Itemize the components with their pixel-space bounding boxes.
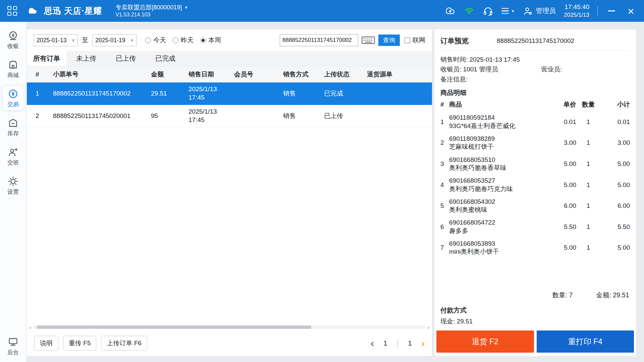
reprint-button[interactable]: 重打印 F4 xyxy=(537,330,634,353)
scrollbar-track[interactable] xyxy=(33,325,426,329)
sidebar-item-mall[interactable]: 商城 xyxy=(2,56,24,81)
sidebar-item-transactions[interactable]: ¥ 交易 xyxy=(2,85,24,111)
clerk-label: 营业员: xyxy=(541,64,562,74)
upload-orders-button[interactable]: 上传订单 F6 xyxy=(101,336,147,351)
wifi-icon[interactable] xyxy=(464,6,475,16)
item-code: 6901180592184 xyxy=(449,114,545,122)
store-name: 专卖联盟总部[80000019] xyxy=(115,4,182,11)
item-table-header: # 商品 单价 数量 小计 xyxy=(440,98,630,111)
help-button[interactable]: 说明 xyxy=(34,336,58,351)
sidebar-item-label: 商城 xyxy=(7,71,19,79)
item-row: 1 690118059218493G*64嘉士利香芒威化 0.01 1 0.01 xyxy=(440,111,630,132)
chevron-down-icon: ∨ xyxy=(72,38,75,43)
page-prev-icon[interactable]: ‹ xyxy=(371,338,374,348)
sidebar-item-inventory[interactable]: 库存 xyxy=(2,115,24,140)
query-button[interactable]: 查询 xyxy=(378,35,400,46)
radio-label: 今天 xyxy=(153,36,166,45)
date-to-select[interactable]: 2025-01-19 ∨ xyxy=(92,34,137,46)
radio-today[interactable]: 今天 xyxy=(145,36,166,45)
item-price: 3.00 xyxy=(545,139,576,146)
preview-totals: 数量: 7 金额: 29.51 xyxy=(440,289,630,302)
scrollbar-thumb[interactable] xyxy=(37,325,311,329)
item-code: 6901668053510 xyxy=(449,156,545,164)
item-price: 5.00 xyxy=(545,160,576,168)
chevron-down-icon: ∨ xyxy=(130,38,133,43)
item-num: 1 xyxy=(440,118,449,126)
menu-list-icon[interactable]: ▼ xyxy=(501,8,515,14)
sidebar-item-cashier[interactable]: ¥ 收银 xyxy=(2,27,24,52)
item-qty: 1 xyxy=(576,181,600,189)
cloud-sync-icon[interactable] xyxy=(444,6,456,16)
sidebar-item-shift[interactable]: 交班 xyxy=(2,144,24,169)
col-header: 商品 xyxy=(449,100,545,109)
order-row[interactable]: 1 8888522501131745170002 29.51 2025/1/13… xyxy=(27,82,432,105)
scroll-left-icon[interactable]: ‹ xyxy=(30,325,31,330)
sidebar-item-backend[interactable]: 后台 xyxy=(2,334,24,359)
col-header: # xyxy=(440,101,449,108)
online-checkbox[interactable]: 联网 xyxy=(405,36,425,45)
total-amount-label: 金额: xyxy=(596,291,613,299)
item-detail-title: 商品明细 xyxy=(440,88,630,97)
radio-circle-icon xyxy=(173,38,178,43)
close-button[interactable]: × xyxy=(625,5,637,17)
item-product: 6901180938289芝麻味梳打饼干 xyxy=(449,135,545,151)
tab-uploaded[interactable]: 已上传 xyxy=(106,51,146,66)
total-qty-value: 7 xyxy=(569,291,573,299)
pagination: ‹ 1 | 1 › xyxy=(371,338,425,348)
col-header: 数量 xyxy=(576,100,600,109)
sidebar-item-label: 后台 xyxy=(7,349,19,356)
list-lines-icon xyxy=(501,8,509,14)
caret-down-icon: ▼ xyxy=(511,9,515,13)
date-from-select[interactable]: 2025-01-13 ∨ xyxy=(34,34,78,46)
apps-grid-icon[interactable] xyxy=(7,6,17,16)
col-header: 单价 xyxy=(545,100,576,109)
sidebar-item-label: 收银 xyxy=(7,42,19,50)
item-product: 6901668054302奥利奥蜜桃味 xyxy=(449,198,545,214)
item-num: 6 xyxy=(440,223,449,231)
item-subtotal: 5.00 xyxy=(600,160,630,168)
item-name-text: 93G*64嘉士利香芒威化 xyxy=(449,122,545,130)
user-menu[interactable]: 管理员 xyxy=(523,6,556,16)
receipt-search-input[interactable] xyxy=(280,34,358,46)
radio-this-week[interactable]: 本周 xyxy=(200,36,221,45)
keyboard-icon[interactable] xyxy=(362,35,375,45)
minimize-button[interactable] xyxy=(606,5,617,17)
inventory-box-icon xyxy=(8,118,18,128)
reupload-button[interactable]: 重传 F5 xyxy=(63,336,96,351)
refund-button[interactable]: 退货 F2 xyxy=(436,330,534,353)
order-upload-status: 已完成 xyxy=(324,89,367,98)
col-header: 上传状态 xyxy=(324,70,367,79)
tab-not-uploaded[interactable]: 未上传 xyxy=(66,51,106,66)
preview-actions: 退货 F2 重打印 F4 xyxy=(436,330,634,353)
payment-line: 现金: 29.51 xyxy=(440,317,630,326)
item-row: 5 6901668054302奥利奥蜜桃味 6.00 1 6.00 xyxy=(440,195,630,217)
scroll-right-icon[interactable]: › xyxy=(428,325,429,330)
store-selector[interactable]: 专卖联盟总部[80000019] ▼ xyxy=(115,4,188,11)
order-row[interactable]: 2 8888522501131745020001 95 2025/1/13 17… xyxy=(27,105,432,127)
sale-time-label: 销售时间: xyxy=(440,56,468,63)
preview-header: 订单预览 8888522501131745170002 xyxy=(440,34,630,51)
item-price: 5.50 xyxy=(545,223,576,231)
radio-label: 本周 xyxy=(208,36,221,45)
sale-time-value: 2025-01-13 17:45 xyxy=(470,56,520,63)
topbar-right: ▼ 管理员 17:45:40 2025/1/13 × xyxy=(444,3,637,19)
shift-person-icon xyxy=(8,147,18,158)
item-qty: 1 xyxy=(576,244,600,251)
horizontal-scrollbar: ‹ › xyxy=(27,324,432,330)
payment-title: 付款方式 xyxy=(440,306,630,315)
sidebar-item-settings[interactable]: 设置 xyxy=(2,173,24,198)
clock: 17:45:40 2025/1/13 xyxy=(564,3,589,19)
topbar-divider xyxy=(597,6,598,16)
tab-completed[interactable]: 已完成 xyxy=(146,51,185,66)
date-from-value: 2025-01-13 xyxy=(37,37,67,44)
col-header: 退货源单 xyxy=(367,70,432,79)
item-num: 2 xyxy=(440,139,449,146)
page-next-icon[interactable]: › xyxy=(421,338,425,348)
topbar: 思迅 天店·星耀 专卖联盟总部[80000019] ▼ V1.53.214.10… xyxy=(0,0,644,22)
item-price: 5.00 xyxy=(545,181,576,189)
headset-icon[interactable] xyxy=(483,6,493,16)
item-product: 6901668053893mini奥利奥小饼干 xyxy=(449,240,545,256)
tab-all-orders[interactable]: 所有订单 xyxy=(27,51,66,66)
radio-yesterday[interactable]: 昨天 xyxy=(173,36,194,45)
item-name-text: 芝麻味梳打饼干 xyxy=(449,143,545,151)
